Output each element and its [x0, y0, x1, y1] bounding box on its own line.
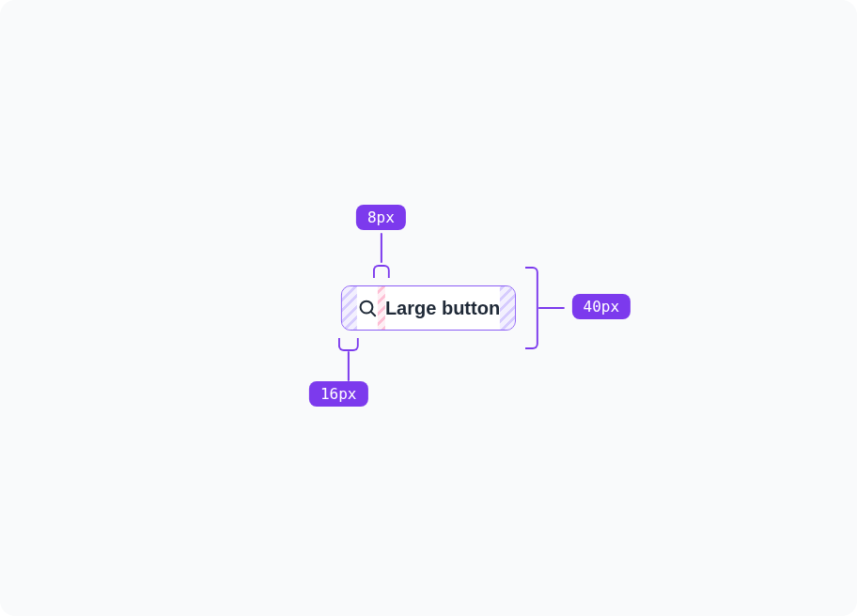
diagram-canvas: Large button 8px 16px 40px	[0, 0, 857, 616]
gap-badge: 8px	[356, 205, 406, 230]
button-label: Large button	[385, 298, 500, 319]
gap-indicator	[378, 286, 385, 330]
padding-badge: 16px	[309, 381, 368, 407]
padding-connector	[348, 351, 350, 381]
gap-connector	[381, 233, 382, 263]
svg-line-1	[371, 312, 375, 316]
height-bracket	[525, 267, 538, 349]
button-spec-diagram: Large button 8px 16px 40px	[341, 285, 516, 331]
gap-bracket	[373, 265, 390, 278]
padding-left-indicator	[342, 286, 357, 330]
large-button[interactable]: Large button	[341, 285, 516, 331]
padding-bracket	[338, 338, 359, 351]
height-connector	[538, 307, 565, 309]
padding-right-indicator	[500, 286, 515, 330]
height-badge: 40px	[572, 294, 631, 319]
search-icon	[357, 298, 378, 318]
